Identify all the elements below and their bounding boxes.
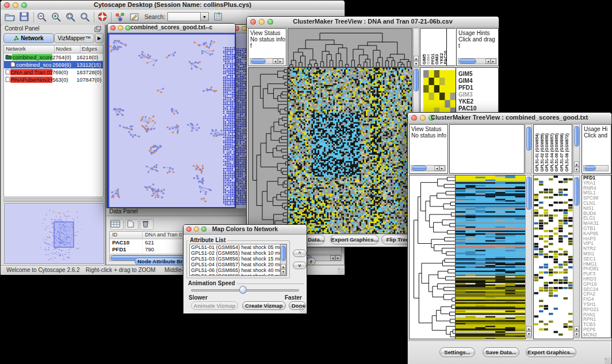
tv1-row-label[interactable]: GIM4 <box>458 78 477 85</box>
float-panel-icon[interactable] <box>94 26 101 32</box>
minimize-icon[interactable] <box>194 227 199 232</box>
tv2-heatmap[interactable] <box>455 175 526 339</box>
tv1-row-label[interactable]: PFD1 <box>458 85 477 91</box>
search-input[interactable] <box>167 12 201 21</box>
edge-attribute-browser-tab-fragment[interactable]: r <box>307 258 316 265</box>
search-dropdown-button[interactable]: ▼ <box>200 12 209 21</box>
network-row[interactable]: combined_sco2569(6)13112(15) <box>4 61 103 68</box>
close-icon[interactable] <box>186 227 192 232</box>
attribute-list-item[interactable]: GPL51-01 (GSM854) heat shock 05 min <box>190 244 286 250</box>
open-session-button[interactable] <box>4 12 17 23</box>
treeview1-titlebar[interactable]: ClusterMaker TreeView : DNA and Tran 07-… <box>247 17 499 28</box>
attribute-list-item[interactable]: GPL51-07 (GSM868) heat shock 60 min <box>190 273 286 276</box>
tv2-gene-label[interactable]: MON2 <box>582 332 611 338</box>
tv1-column-dendrogram[interactable] <box>288 28 412 67</box>
zoom-out-button[interactable] <box>36 12 49 23</box>
zoom-fit-button[interactable] <box>65 12 78 23</box>
attribute-list-scrollbar[interactable]: ▴▾ <box>280 244 286 275</box>
tv2-status-scrollbar[interactable]: ◂▸ <box>411 165 446 171</box>
attribute-list-item[interactable]: GPL51-02 (GSM855) heat shock 10 min <box>190 250 286 256</box>
tv2-export-graphics-button[interactable]: Export Graphics... <box>526 347 576 357</box>
tv1-export-graphics-button[interactable]: Export Graphics... <box>330 235 379 244</box>
move-up-button[interactable]: ^ <box>293 250 307 257</box>
node-attribute-browser-tab[interactable]: Node Attribute Browser <box>135 258 185 265</box>
minimize-icon[interactable] <box>13 2 18 8</box>
tv1-row-label[interactable]: PAC10 <box>458 105 477 112</box>
tv1-col-scrollbar[interactable]: ▴▾ <box>413 28 419 67</box>
zoom-window-icon[interactable] <box>201 227 206 232</box>
birdseye-overview-canvas[interactable] <box>4 203 104 264</box>
tv1-column-label[interactable]: PAC10 <box>443 51 447 64</box>
resize-grip[interactable] <box>338 268 344 274</box>
resize-grip[interactable] <box>300 306 306 313</box>
tv1-row-label[interactable]: GIM5 <box>458 71 477 78</box>
new-attribute-button[interactable] <box>125 219 139 230</box>
tv1-heatmap[interactable] <box>288 67 412 234</box>
tab-network[interactable]: Network <box>3 33 54 43</box>
minimize-icon[interactable] <box>259 19 265 25</box>
tv1-status-scrollbar[interactable]: ◂▸ <box>250 58 284 64</box>
close-icon[interactable] <box>411 115 417 121</box>
network-row[interactable]: combined_scores2764(0)16218(0) <box>4 53 103 61</box>
tv2-row-dendrogram[interactable] <box>409 175 456 339</box>
help-button[interactable] <box>97 12 109 23</box>
delete-attribute-button[interactable] <box>140 219 154 230</box>
dialog-titlebar[interactable]: Map Colors to Network <box>183 225 307 235</box>
tv2-column-label[interactable]: GPL51-03 (GSM856) <box>545 133 549 172</box>
annotation-button[interactable] <box>129 12 141 23</box>
attribute-list-item[interactable]: GPL51-06 (GSM865) heat shock 40 min <box>190 267 286 273</box>
tv2-zoom-heatmap[interactable] <box>533 175 573 339</box>
tv1-hints-scrollbar[interactable]: ◂▸ <box>458 58 497 64</box>
attribute-select-button[interactable] <box>110 219 124 230</box>
save-session-button[interactable] <box>18 12 31 23</box>
vizmapper-button[interactable] <box>114 12 127 23</box>
tv2-column-label[interactable]: GPL51-08 (GSM872) <box>565 133 569 172</box>
minimize-icon[interactable] <box>420 115 426 121</box>
animate-vizmap-button[interactable]: Animate Vizmap <box>191 301 238 310</box>
tv2-column-label[interactable]: GPL51-07 (GSM868) <box>560 133 564 172</box>
col-header-id[interactable]: ID <box>110 232 143 239</box>
tv2-gene-scrollbar[interactable]: ▴▾ <box>573 175 580 338</box>
tv1-row-label[interactable]: YKE2 <box>458 98 477 105</box>
resize-grip[interactable] <box>605 358 611 364</box>
main-titlebar[interactable]: Cytoscape Desktop (Session Name: collins… <box>1 1 345 10</box>
treeview2-titlebar[interactable]: ClusterMaker TreeView : combined_scores_… <box>408 113 611 124</box>
tv2-column-label[interactable]: GPL51-02 (GSM855) <box>540 133 544 172</box>
tv2-hints-scrollbar[interactable] <box>583 165 609 171</box>
close-icon[interactable] <box>110 25 116 30</box>
tv2-col-scrollbar[interactable] <box>525 124 532 174</box>
tv2-column-label[interactable]: GPL51-04 (GSM857) <box>550 133 554 172</box>
network-row[interactable]: DNA and Tran 07769(0)183728(0) <box>4 68 103 76</box>
network-window-titlebar[interactable]: combined_scores_good.txt--cluste... <box>108 24 235 33</box>
tv1-zoom-heatmap[interactable] <box>423 70 456 115</box>
tv1-row-dendrogram[interactable] <box>248 67 288 234</box>
zoom-in-button[interactable] <box>51 12 63 23</box>
zoom-window-icon[interactable] <box>125 25 131 30</box>
col-header-edges[interactable]: Edges <box>81 45 103 53</box>
minimize-icon[interactable] <box>118 25 123 30</box>
zoom-selected-button[interactable] <box>79 12 92 23</box>
close-icon[interactable] <box>250 19 256 25</box>
network-canvas[interactable] <box>109 35 235 207</box>
tv2-save-data-button[interactable]: Save Data... <box>483 347 519 357</box>
move-down-button[interactable]: v <box>293 262 307 269</box>
tv2-settings-button[interactable]: Settings... <box>439 347 475 357</box>
tv2-column-dendrogram-area[interactable] <box>449 124 525 174</box>
tv2-column-label[interactable]: GPL51-01 (GSM854) <box>535 133 539 172</box>
tv2-vscrollbar[interactable]: ▴▾ <box>525 175 532 338</box>
col-header-nodes[interactable]: Nodes <box>55 45 81 53</box>
close-icon[interactable] <box>4 2 10 8</box>
create-vizmap-button[interactable]: Create Vizmap <box>242 301 286 310</box>
network-row[interactable]: RNAPuberNov2+F563(0)107847(0) <box>4 76 103 83</box>
attribute-list-item[interactable]: GPL51-03 (GSM856) heat shock 15 min <box>190 256 286 262</box>
tv1-row-label[interactable]: GIM3 <box>458 91 477 98</box>
tab-overflow-button[interactable]: ▶ <box>95 33 104 43</box>
animation-speed-slider-thumb[interactable] <box>239 286 247 294</box>
col-header-network[interactable]: Network <box>4 45 55 53</box>
attribute-listbox[interactable]: GPL51-01 (GSM854) heat shock 05 minGPL51… <box>189 244 287 276</box>
panel-splitter[interactable] <box>3 198 104 202</box>
import-table-button[interactable] <box>212 12 225 23</box>
tab-vizmapper[interactable]: VizMapper™ <box>54 33 94 43</box>
attribute-list-item[interactable]: GPL51-04 (GSM857) heat shock 20 min <box>190 262 286 267</box>
tv2-label-scrollbar[interactable]: ▴▾ <box>573 124 580 174</box>
